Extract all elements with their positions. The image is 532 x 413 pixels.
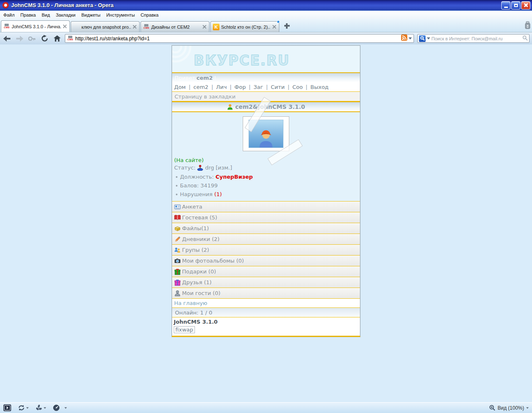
tab-label: Дизайны от CEM2 bbox=[151, 25, 201, 30]
menu-item-label: Групы (2) bbox=[182, 247, 209, 253]
nav-separator: | bbox=[249, 84, 251, 90]
menu-view[interactable]: Вид bbox=[42, 12, 50, 17]
maximize-button[interactable] bbox=[511, 1, 520, 10]
site-header: ВКУРСЕ.RU bbox=[172, 46, 360, 72]
menu-widgets[interactable]: Виджеты bbox=[81, 12, 101, 17]
status-line: Статус: drg [изм.] bbox=[174, 165, 358, 171]
nav-personal[interactable]: Лич bbox=[216, 84, 227, 90]
list-item: Балов: 34199 bbox=[174, 181, 358, 190]
user-green-icon bbox=[227, 104, 233, 110]
opera-unite-button[interactable] bbox=[35, 404, 46, 411]
tab-bar: CMS JohnCMS 3.1.0 - Лична... ключ для sn… bbox=[0, 19, 532, 32]
tab-schtolz[interactable]: K Schtolz кто он (Стр. 2)... bbox=[210, 21, 279, 32]
user-header-title: cem2&JohnCMS 3.1.0 bbox=[235, 103, 305, 110]
menu-edit[interactable]: Правка bbox=[20, 12, 36, 17]
menu-item-diaries[interactable]: Дневники (2) bbox=[172, 234, 360, 245]
vcard-icon bbox=[174, 204, 181, 210]
violations-count[interactable]: (1) bbox=[214, 191, 222, 197]
joystick-icon bbox=[197, 165, 203, 171]
gift-pink-icon bbox=[174, 279, 181, 286]
avatar-person-icon bbox=[256, 128, 276, 148]
menu-file[interactable]: Файл bbox=[3, 12, 15, 17]
search-input[interactable] bbox=[431, 36, 521, 41]
zoom-control[interactable]: Вид (100%) bbox=[489, 405, 529, 411]
nav-home[interactable]: Дом bbox=[174, 84, 186, 90]
search-go-icon[interactable] bbox=[522, 35, 528, 42]
chevron-down-icon[interactable] bbox=[526, 407, 529, 409]
nav-city[interactable]: Сити bbox=[271, 84, 285, 90]
nav-downloads[interactable]: Заг bbox=[254, 84, 263, 90]
opera-link-button[interactable] bbox=[18, 404, 29, 411]
menu-item-guestbook[interactable]: Гостевая (5) bbox=[172, 212, 360, 223]
forward-icon[interactable] bbox=[15, 34, 24, 43]
wand-password-icon[interactable] bbox=[27, 34, 37, 43]
menu-item-label: Дневники (2) bbox=[182, 236, 219, 242]
menu-item-photo-albums[interactable]: Мои фотоальбомы (0) bbox=[172, 256, 360, 266]
opera-turbo-button[interactable] bbox=[53, 404, 67, 411]
menu-tools[interactable]: Инструменты bbox=[106, 12, 135, 17]
greeting-prefix: Привет bbox=[175, 75, 195, 81]
profile-menu: Анкета Гостевая (5) Файлы(1) Дневники (2 bbox=[172, 202, 360, 299]
back-icon[interactable] bbox=[2, 34, 12, 43]
search-box[interactable] bbox=[417, 34, 530, 43]
close-button[interactable] bbox=[521, 1, 530, 10]
url-input[interactable] bbox=[75, 36, 399, 42]
tab-cem2-designs[interactable]: CMS Дизайны от CEM2 bbox=[140, 21, 209, 32]
nav-forum[interactable]: Фор bbox=[234, 84, 246, 90]
rss-icon[interactable] bbox=[401, 34, 407, 42]
menu-item-friends[interactable]: Друзья (1) bbox=[172, 277, 360, 288]
close-icon[interactable] bbox=[133, 25, 137, 29]
new-tab-button[interactable] bbox=[283, 22, 292, 31]
nav-messages[interactable]: Соо bbox=[292, 84, 303, 90]
menu-item-anketa[interactable]: Анкета bbox=[172, 202, 360, 212]
turbo-gauge-icon bbox=[53, 404, 60, 411]
window-titlebar[interactable]: JohnCMS 3.1.0 - Личная анкета - Opera bbox=[0, 0, 532, 11]
menu-item-guests[interactable]: Мои гости (0) bbox=[172, 288, 360, 299]
home-link[interactable]: На главную bbox=[172, 299, 360, 308]
close-icon[interactable] bbox=[63, 24, 67, 29]
nav-separator: | bbox=[305, 84, 307, 90]
home-icon[interactable] bbox=[52, 34, 62, 43]
nav-logout[interactable]: Выход bbox=[310, 84, 329, 90]
chevron-down-icon[interactable] bbox=[26, 407, 29, 409]
address-bar[interactable]: CMS bbox=[65, 34, 414, 43]
sync-icon bbox=[18, 404, 25, 411]
nav-profile[interactable]: cem2 bbox=[193, 84, 208, 90]
menu-item-gifts[interactable]: Подарки (0) bbox=[172, 266, 360, 277]
nav-separator: | bbox=[230, 84, 232, 90]
close-icon[interactable] bbox=[272, 25, 277, 29]
panels-toggle[interactable] bbox=[3, 404, 11, 411]
reload-icon[interactable] bbox=[40, 34, 49, 43]
tab-johncms-profile[interactable]: CMS JohnCMS 3.1.0 - Лична... bbox=[1, 20, 70, 32]
chevron-down-icon[interactable] bbox=[64, 407, 67, 409]
points-value: 34199 bbox=[200, 182, 217, 189]
profile-section: (На сайте) Статус: drg [изм.] Должность:… bbox=[172, 111, 360, 202]
menu-help[interactable]: Справка bbox=[140, 12, 158, 17]
tab-snapshot-key[interactable]: ключ для snapshot pro... bbox=[71, 21, 140, 32]
nav-separator: | bbox=[288, 84, 289, 90]
guest-person-icon bbox=[174, 290, 181, 297]
tab-label: Schtolz кто он (Стр. 2)... bbox=[221, 25, 271, 30]
close-icon[interactable] bbox=[202, 25, 207, 29]
closed-tabs-trash-icon[interactable] bbox=[524, 21, 531, 31]
menu-item-label: Анкета bbox=[182, 204, 202, 210]
rss-dropdown-icon[interactable] bbox=[409, 37, 412, 39]
menu-item-files[interactable]: Файлы(1) bbox=[172, 223, 360, 234]
search-engine-dropdown-icon[interactable] bbox=[427, 37, 430, 39]
footer-title: JohnCMS 3.1.0 bbox=[174, 319, 358, 325]
points-label: Балов: bbox=[180, 182, 199, 189]
online-counter: Онлайн: 1 / 0 bbox=[172, 308, 360, 317]
position-value: СуперВизер bbox=[216, 174, 253, 180]
menu-bookmarks[interactable]: Закладки bbox=[56, 12, 76, 17]
browser-viewport[interactable]: ВКУРСЕ.RU Привет cem2 ! Дом| cem2| Лич| … bbox=[0, 44, 532, 402]
nav-separator: | bbox=[189, 84, 190, 90]
top-nav: Дом| cem2| Лич| Фор| Заг| Сити| Соо| Вых… bbox=[172, 82, 360, 92]
minimize-button[interactable] bbox=[501, 1, 510, 10]
status-edit-link[interactable]: [изм.] bbox=[216, 165, 232, 171]
fixwap-link[interactable]: fixwap bbox=[174, 326, 195, 333]
menu-item-groups[interactable]: Групы (2) bbox=[172, 245, 360, 256]
search-engine-icon[interactable] bbox=[419, 35, 426, 42]
chevron-down-icon[interactable] bbox=[44, 407, 46, 409]
google-icon bbox=[73, 24, 80, 30]
camera-icon bbox=[174, 258, 181, 264]
